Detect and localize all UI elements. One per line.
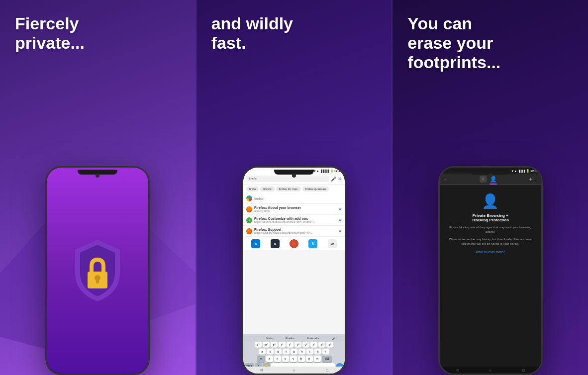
battery-icon-dark: 🔋 xyxy=(526,169,529,173)
key-e: e3 xyxy=(271,342,278,348)
quick-search-icons: b a 𝕏 W xyxy=(243,237,345,250)
wifi-icon-dark: ▼▲ xyxy=(511,170,517,173)
suggestion-chip-4: firefox quantum xyxy=(302,187,329,191)
key-n: n xyxy=(306,356,313,362)
search-input-mock: firefo xyxy=(246,176,329,182)
signal-icon: ▐▐▐▐ xyxy=(320,170,329,173)
key-o: o9 xyxy=(318,342,325,348)
panel-1-title: Fiercely private... xyxy=(15,14,85,53)
add-tab-icon: + xyxy=(529,177,532,182)
result-google-text: firefox xyxy=(254,197,342,200)
firefox-icon-1 xyxy=(246,206,252,212)
url-bar-dark: □ 👤 xyxy=(449,176,528,183)
search-results: firefox Firefox: About your browser abou… xyxy=(243,193,345,237)
key-v: v xyxy=(290,356,297,362)
shield-icon xyxy=(68,236,127,305)
phone-screen-1 xyxy=(47,168,148,374)
time-display: 12:30 xyxy=(334,170,342,173)
key-b: b xyxy=(298,356,305,362)
battery-icon: 🔋 xyxy=(330,169,333,173)
phone-notch-3 xyxy=(471,170,510,175)
result-2-text: Firefox: Customize with add-ons https://… xyxy=(254,217,336,223)
result-1-text: Firefox: About your browser about:Firefo… xyxy=(254,206,336,212)
phone-camera-3 xyxy=(489,174,492,178)
suggestion-chip-3: firefox for mac xyxy=(276,187,301,191)
key-shift: ⇧ xyxy=(257,356,265,362)
status-icons-3: ▼▲ ▐▐▐▐ 🔋 12:30 xyxy=(511,169,538,173)
kbsugg-3: fireworks xyxy=(307,337,319,340)
firefox-icon-3 xyxy=(246,228,252,234)
phone-screen-2: ▼▲ ▐▐▐▐ 🔋 12:30 firefo 🎤 ✕ fire xyxy=(243,168,345,374)
key-y: y6 xyxy=(294,342,301,348)
key-x: x xyxy=(274,356,281,362)
amazon-icon: a xyxy=(271,239,280,248)
phone-screen-3: ▼▲ ▐▐▐▐ 🔋 12:30 ← □ 👤 xyxy=(440,168,541,374)
private-desc-2: We won't remember any history, but downl… xyxy=(445,237,536,246)
key-m: m xyxy=(314,356,321,362)
panel-3-title: You can erase your footprints... xyxy=(407,14,500,72)
phone-nav-bar-3: ◁ ○ □ xyxy=(440,367,541,374)
search-result-2: + Firefox: Customize with add-ons https:… xyxy=(243,215,345,226)
star-icon-2: ★ xyxy=(338,218,342,222)
back-arrow-icon: ← xyxy=(443,177,447,182)
phone-camera-1 xyxy=(96,174,99,178)
mic-icon: 🎤 xyxy=(331,177,336,182)
kbsugg-back-icon: ‹ xyxy=(253,337,254,340)
signal-icon-dark: ▐▐▐▐ xyxy=(518,170,525,173)
key-backspace: ⌫ xyxy=(322,356,332,362)
keyboard-row-2: a s d f g h j k l xyxy=(244,349,344,355)
panel-erase-footprints: You can erase your footprints... ▼▲ ▐▐▐▐… xyxy=(392,0,588,375)
key-j: j xyxy=(306,349,313,355)
private-browsing-content: 👤 Private Browsing + Tracking Protection… xyxy=(440,185,541,259)
nav-back-3: ◁ xyxy=(454,368,460,372)
search-result-google: firefox xyxy=(243,193,345,204)
twitter-icon: 𝕏 xyxy=(308,239,317,248)
key-z: z xyxy=(266,356,273,362)
duckduckgo-icon xyxy=(290,239,298,248)
nav-recent: □ xyxy=(324,368,330,372)
firefox-icon-2: + xyxy=(246,217,252,223)
phone-outer-1 xyxy=(45,166,150,375)
key-q: q1 xyxy=(255,342,262,348)
keyboard-suggestions: ‹ firefo Firefox fireworks 🎤 xyxy=(244,336,344,342)
key-c: c xyxy=(282,356,289,362)
time-display-3: 12:30 xyxy=(530,170,538,173)
learn-more-link[interactable]: Want to learn more? xyxy=(445,250,536,254)
panel-wildly-fast: and wildly fast. ▼▲ ▐▐▐▐ 🔋 12:30 xyxy=(196,0,393,375)
svg-rect-2 xyxy=(96,280,99,283)
keyboard-row-3: ⇧ z x c v b n m ⌫ xyxy=(244,356,344,362)
tab-count-icon: □ xyxy=(480,176,487,183)
keyboard-row-1: q1 w2 e3 r4 t5 y6 u7 i8 o9 p0 xyxy=(244,342,344,348)
menu-dots-icon: ⋮ xyxy=(534,177,538,182)
kbsugg-1: firefo xyxy=(266,337,273,340)
phone-outer-3: ▼▲ ▐▐▐▐ 🔋 12:30 ← □ 👤 xyxy=(438,166,543,375)
wifi-icon: ▼▲ xyxy=(313,170,319,173)
kbsugg-2: Firefox xyxy=(286,337,294,340)
panel-2-title: and wildly fast. xyxy=(211,14,293,53)
star-icon-3: ★ xyxy=(338,229,342,233)
key-s: s xyxy=(267,349,274,355)
phone-nav-bar-2: ◁ ○ □ xyxy=(243,367,345,374)
status-icons-2: ▼▲ ▐▐▐▐ 🔋 12:30 xyxy=(313,169,342,173)
private-mode-large-icon: 👤 xyxy=(445,193,536,209)
wikipedia-icon: W xyxy=(328,239,337,248)
phone-notch-1 xyxy=(78,170,117,175)
star-icon-1: ★ xyxy=(338,207,342,211)
key-l: l xyxy=(322,349,329,355)
key-h: h xyxy=(298,349,305,355)
key-p: p0 xyxy=(326,342,333,348)
phone-outer-2: ▼▲ ▐▐▐▐ 🔋 12:30 firefo 🎤 ✕ fire xyxy=(242,166,346,375)
nav-recent-3: □ xyxy=(520,368,526,372)
phone-mockup-2: ▼▲ ▐▐▐▐ 🔋 12:30 firefo 🎤 ✕ fire xyxy=(242,166,346,375)
key-r: r4 xyxy=(279,342,286,348)
phone-notch-2 xyxy=(274,170,314,175)
search-result-3: Firefox: Support https://support.mozilla… xyxy=(243,226,345,237)
key-f: f xyxy=(283,349,290,355)
nav-home: ○ xyxy=(291,368,297,372)
panel-fiercely-private: Fiercely private... xyxy=(0,0,196,375)
key-t: t5 xyxy=(287,342,294,348)
key-k: k xyxy=(314,349,321,355)
search-result-1: Firefox: About your browser about:Firefo… xyxy=(243,204,345,215)
phone-mockup-3: ▼▲ ▐▐▐▐ 🔋 12:30 ← □ 👤 xyxy=(438,166,543,375)
phone-camera-2 xyxy=(292,174,296,178)
